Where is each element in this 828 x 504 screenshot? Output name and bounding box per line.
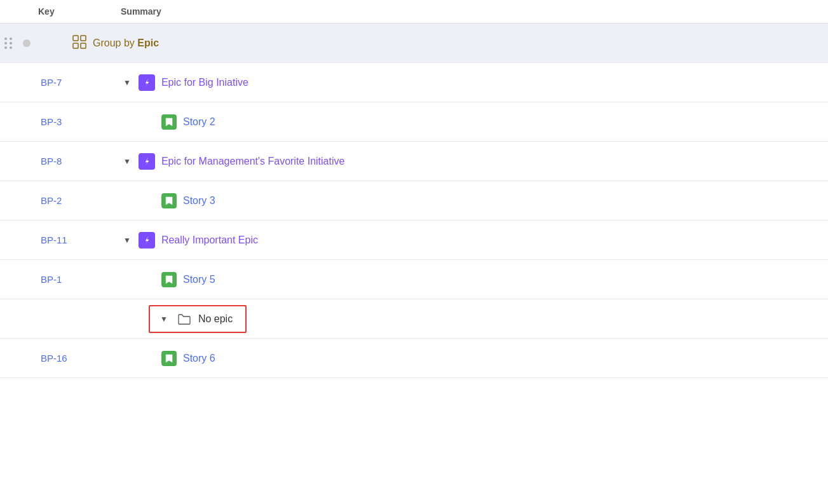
table-container: Key Summary Group by E: [0, 0, 828, 504]
row-content: ▼ Epic for Big Iniative: [111, 74, 828, 91]
svg-rect-2: [73, 43, 78, 48]
table-row: BP-16 Story 6: [0, 339, 828, 378]
circle-dot: [23, 39, 31, 47]
rows-container: BP-7 ▼ Epic for Big Iniative BP-3 Story …: [0, 63, 828, 378]
no-epic-wrapper: ▼ No epic: [149, 305, 247, 333]
chevron-icon[interactable]: ▼: [123, 78, 131, 87]
epic-title[interactable]: Epic for Management's Favorite Initiativ…: [161, 156, 345, 167]
chevron-icon[interactable]: ▼: [123, 157, 131, 166]
row-content: Story 2: [111, 114, 828, 130]
table-row: ▼ No epic: [0, 299, 828, 339]
row-status-circle: [19, 39, 34, 47]
row-content: ▼ Really Important Epic: [111, 232, 828, 249]
group-by-row: Group by Epic: [0, 24, 828, 63]
story-icon: [161, 114, 177, 130]
no-epic-title: No epic: [198, 313, 233, 325]
group-by-value: Epic: [137, 37, 159, 48]
row-key[interactable]: BP-11: [34, 235, 111, 245]
story-title[interactable]: Story 2: [183, 116, 215, 128]
drag-handle[interactable]: [0, 37, 19, 49]
table-row: BP-7 ▼ Epic for Big Iniative: [0, 63, 828, 102]
row-key[interactable]: BP-1: [34, 274, 111, 285]
group-header-content: Group by Epic: [34, 35, 828, 51]
table-row: BP-8 ▼ Epic for Management's Favorite In…: [0, 142, 828, 181]
row-key[interactable]: BP-2: [34, 195, 111, 206]
svg-rect-0: [73, 36, 78, 41]
epic-icon: [139, 74, 155, 91]
row-content: ▼ Epic for Management's Favorite Initiat…: [111, 153, 828, 170]
row-key[interactable]: BP-8: [34, 156, 111, 167]
svg-rect-3: [81, 43, 86, 48]
epic-title[interactable]: Epic for Big Iniative: [161, 77, 248, 88]
row-key[interactable]: BP-16: [34, 353, 111, 364]
story-title[interactable]: Story 5: [183, 274, 215, 285]
row-content: Story 6: [111, 351, 828, 366]
svg-marker-4: [146, 78, 149, 87]
svg-marker-5: [146, 157, 149, 166]
row-content: ▼ No epic: [111, 305, 828, 333]
chevron-icon[interactable]: ▼: [160, 315, 168, 324]
table-row: BP-11 ▼ Really Important Epic: [0, 221, 828, 260]
epic-title[interactable]: Really Important Epic: [161, 235, 258, 246]
table-row: BP-1 Story 5: [0, 260, 828, 299]
drag-icon: [4, 37, 13, 49]
story-title[interactable]: Story 3: [183, 195, 215, 207]
story-icon: [161, 272, 177, 287]
col-summary-header: Summary: [121, 6, 161, 17]
story-title[interactable]: Story 6: [183, 353, 215, 364]
svg-rect-1: [81, 36, 86, 41]
row-key[interactable]: BP-7: [34, 77, 111, 88]
group-icon: [72, 35, 86, 51]
row-content: Story 5: [111, 272, 828, 287]
epic-icon: [139, 153, 155, 170]
group-by-label: Group by Epic: [93, 37, 159, 49]
col-key-header: Key: [38, 6, 121, 17]
epic-icon: [139, 232, 155, 249]
story-icon: [161, 193, 177, 208]
chevron-icon[interactable]: ▼: [123, 236, 131, 245]
svg-marker-6: [146, 236, 149, 245]
table-header: Key Summary: [0, 0, 828, 24]
table-row: BP-2 Story 3: [0, 181, 828, 221]
row-key[interactable]: BP-3: [34, 116, 111, 127]
table-row: BP-3 Story 2: [0, 102, 828, 142]
folder-icon: [177, 311, 192, 327]
row-content: Story 3: [111, 193, 828, 208]
story-icon: [161, 351, 177, 366]
